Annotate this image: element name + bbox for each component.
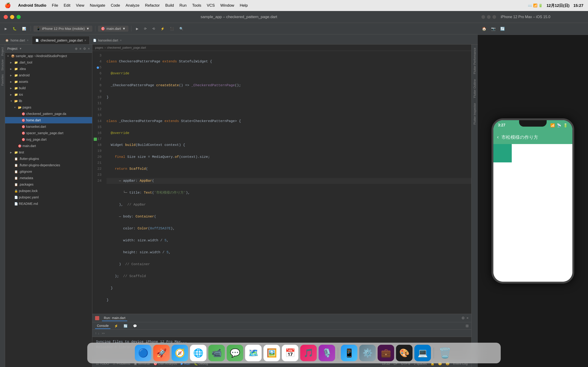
breadcrumb-pages[interactable]: pages	[95, 46, 103, 49]
tab-home-close[interactable]: ×	[27, 39, 28, 42]
toolbar-lightning[interactable]: ⚡	[159, 26, 166, 31]
tree-item-metadata[interactable]: 📋 .metadata	[5, 175, 92, 181]
dock-icon-vscode[interactable]: 💻	[414, 345, 431, 361]
tree-item-android[interactable]: ▶ 📁 android	[5, 72, 92, 78]
dock-icon-safari[interactable]: 🧭	[172, 345, 188, 361]
menu-file[interactable]: File	[52, 3, 58, 8]
dock-icon-messages[interactable]: 💬	[227, 345, 243, 361]
menu-edit[interactable]: Edit	[64, 3, 70, 8]
tree-item-gitignore[interactable]: 📋 .gitignore	[5, 168, 92, 175]
dock-icon-photos[interactable]: 🖼️	[263, 345, 280, 361]
tree-item-checkered[interactable]: 🎯 checkered_pattern_page.da	[5, 110, 92, 117]
run-layout-btn[interactable]: ⊞	[466, 324, 468, 328]
dock-icon-sysprefs[interactable]: ⚙️	[359, 345, 376, 361]
tab-kanseikei-close[interactable]: ×	[120, 39, 121, 42]
vert-tab-project[interactable]: Project	[0, 45, 5, 58]
dock-icon-finder[interactable]: 🔵	[135, 345, 151, 361]
emulator-tl-3[interactable]	[493, 15, 496, 19]
traffic-light-minimize[interactable]	[10, 15, 14, 19]
emulator-tl-1[interactable]	[481, 15, 485, 19]
run-scroll-down[interactable]: ↓	[98, 332, 100, 335]
dock-icon-facetime[interactable]: 📹	[208, 345, 225, 361]
tree-item-main[interactable]: 🎯 main.dart	[5, 143, 92, 149]
menu-navigate[interactable]: Navigate	[90, 3, 105, 8]
code-lines[interactable]: class CheckeredPatternPage extends State…	[104, 51, 471, 314]
tree-item-idea[interactable]: ▶ 📁 .idea	[5, 66, 92, 72]
tab-checkered-close[interactable]: ×	[85, 39, 86, 42]
app-name[interactable]: Android Studio	[18, 3, 46, 8]
tab-checkered[interactable]: 📄 checkered_pattern_page.dart ×	[32, 36, 90, 44]
phone-back-button[interactable]: ‹	[497, 134, 499, 140]
run-scroll-up[interactable]: ↑	[95, 332, 97, 335]
menu-help[interactable]: Help	[240, 3, 248, 8]
tree-action-close[interactable]: ×	[88, 47, 90, 50]
dock-icon-calendar[interactable]: 📅	[282, 345, 298, 361]
tree-item-packages[interactable]: 📋 .packages	[5, 181, 92, 188]
toolbar-profile-btn[interactable]: 📊	[20, 26, 28, 31]
traffic-light-maximize[interactable]	[17, 15, 21, 19]
code-content[interactable]: 3 4 5 6 7 8 9 10 11 12 13	[92, 51, 471, 314]
chat-tab[interactable]: 💬	[131, 323, 139, 329]
run-file-selector[interactable]: 🎯 main.dart ▼	[98, 26, 128, 32]
flutter-performance-tab[interactable]: Flutter Performance	[472, 45, 477, 76]
tree-item-flutter-plugins[interactable]: 📋 .flutter-plugins	[5, 156, 92, 162]
flutter-outline-tab[interactable]: Flutter Outline	[472, 77, 477, 100]
tree-item-home[interactable]: 🎯 home.dart	[5, 117, 92, 123]
toolbar-run-btn[interactable]: ▶	[3, 26, 9, 31]
tree-item-readme[interactable]: 📄 README.md	[5, 200, 92, 207]
tab-kanseikei[interactable]: 📄 kanseikei.dart ×	[90, 36, 125, 44]
menu-vcs[interactable]: VCS	[207, 3, 215, 8]
dock-icon-trash[interactable]: 🗑️	[437, 345, 453, 361]
device-selector[interactable]: 📱 iPhone 12 Pro Max (mobile) ▼	[34, 26, 92, 32]
tree-item-assets[interactable]: ▶ 📁 assets	[5, 78, 92, 85]
toolbar-stop[interactable]: ⬛	[168, 26, 176, 31]
toolbar-debug-btn[interactable]: 🐛	[11, 26, 18, 31]
tab-home-dart[interactable]: 🏠 home.dart ×	[2, 36, 32, 44]
em-home-btn[interactable]: 🏠	[481, 25, 488, 33]
run-close-btn[interactable]: ×	[467, 316, 468, 320]
menu-refactor[interactable]: Refactor	[145, 3, 160, 8]
tree-item-test[interactable]: ▶ 📁 test	[5, 149, 92, 156]
menu-tools[interactable]: Tools	[192, 3, 201, 8]
dock-icon-appstore[interactable]: 📱	[341, 345, 357, 361]
menu-code[interactable]: Code	[111, 3, 120, 8]
toolbar-run-main[interactable]: ▶	[134, 26, 140, 31]
menu-run[interactable]: Run	[179, 3, 187, 8]
tree-item-build[interactable]: ▶ 📁 build	[5, 85, 92, 91]
phone-screen[interactable]: 3:27 📶 📡 🔋 ‹ 市松模様の作り方	[493, 120, 572, 282]
dock-icon-maps[interactable]: 🗺️	[245, 345, 262, 361]
tree-item-spacer[interactable]: 🎯 spacer_sample_page.dart	[5, 130, 92, 136]
tree-action-locate[interactable]: ⊕	[75, 47, 78, 50]
dock-icon-launchpad[interactable]: 🚀	[153, 345, 170, 361]
run-settings-btn[interactable]: ⚙	[461, 316, 465, 320]
toolbar-reload[interactable]: ⟲	[150, 26, 157, 31]
apple-icon[interactable]: 🍎	[5, 2, 11, 8]
flutter-inspector-tab[interactable]: Flutter Inspector	[472, 101, 477, 127]
dock-icon-slack[interactable]: 💼	[378, 345, 394, 361]
tree-item-svg[interactable]: 🎯 svg_page.dart	[5, 136, 92, 143]
console-tab[interactable]: Console	[95, 323, 111, 329]
tree-item-pubspec-yaml[interactable]: 📄 pubspec.yaml	[5, 194, 92, 200]
em-rotate-btn[interactable]: 🔄	[499, 25, 506, 33]
dock-icon-podcasts[interactable]: 🎙️	[319, 345, 335, 361]
dock-icon-chrome[interactable]: 🌐	[190, 345, 207, 361]
run-stop-button[interactable]	[95, 316, 99, 320]
vert-tab-favorites[interactable]: Favorites	[0, 73, 5, 87]
menu-build[interactable]: Build	[165, 3, 174, 8]
tree-item-dart-tool[interactable]: ▶ 📁 .dart_tool	[5, 59, 92, 66]
emulator-tl-2[interactable]	[487, 15, 491, 19]
lightning-tab[interactable]: ⚡	[112, 323, 120, 329]
reload-tab[interactable]: 🔄	[122, 323, 129, 329]
dock-icon-itunes[interactable]: 🎵	[300, 345, 317, 361]
toolbar-search[interactable]: 🔍	[178, 26, 185, 31]
menu-analyze[interactable]: Analyze	[126, 3, 139, 8]
tree-item-lib[interactable]: ▼ 📂 lib	[5, 98, 92, 104]
breadcrumb-file[interactable]: checkered_pattern_page.dart	[107, 46, 146, 49]
traffic-light-close[interactable]	[4, 15, 8, 19]
tree-root[interactable]: ▼ 📦 sample_app ~/AndroidStudioProject	[5, 53, 92, 59]
vert-tab-structure[interactable]: Structure	[0, 58, 5, 73]
tree-item-ios[interactable]: ▶ 📁 ios	[5, 91, 92, 98]
menu-view[interactable]: View	[76, 3, 84, 8]
em-screenshot-btn[interactable]: 📷	[490, 25, 497, 33]
toolbar-refresh[interactable]: ⟳	[142, 26, 149, 31]
